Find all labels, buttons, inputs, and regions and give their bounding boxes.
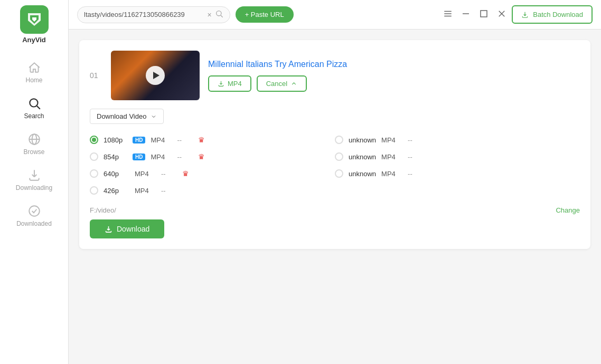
content-area: 01 Millennial Italians Try American Pizz… [69, 30, 601, 364]
sidebar: AnyVid Home Search Browse Downloading [0, 0, 69, 364]
svg-point-3 [30, 99, 37, 107]
quality-radio-unknown-1[interactable] [335, 136, 343, 144]
cancel-button[interactable]: Cancel [257, 75, 307, 92]
quality-format-unknown-2: MP4 [381, 153, 402, 161]
quality-right-column: unknown MP4 -- unknown MP4 -- unkn [335, 131, 580, 199]
crown-icon-640p: ♛ [182, 169, 189, 178]
quality-label-unknown-1: unknown [349, 136, 376, 144]
home-label: Home [25, 76, 42, 84]
quality-format-1080p: MP4 [151, 136, 172, 144]
downloading-label: Downloading [16, 184, 52, 191]
svg-line-10 [221, 15, 223, 17]
downloading-icon [27, 168, 41, 182]
download-icon-mp4 [218, 80, 224, 87]
quality-row-854p[interactable]: 854p HD MP4 -- ♛ [90, 148, 335, 165]
sidebar-item-downloading[interactable]: Downloading [0, 162, 68, 198]
quality-format-854p: MP4 [151, 153, 172, 161]
sidebar-item-search[interactable]: Search [0, 90, 68, 126]
quality-format-unknown-3: MP4 [381, 170, 402, 178]
quality-label-1080p: 1080p [104, 136, 127, 144]
header-bar: ltasty/videos/1162713050866239 × + Paste… [69, 0, 601, 30]
search-icon [27, 97, 41, 110]
sidebar-item-downloaded[interactable]: Downloaded [0, 198, 68, 234]
download-button[interactable]: Download [90, 219, 164, 238]
download-footer: F:/video/ Change [90, 206, 580, 214]
video-info: Millennial Italians Try American Pizza M… [208, 60, 580, 92]
quality-label-unknown-2: unknown [349, 153, 376, 161]
dropdown-arrow-icon [151, 113, 157, 120]
change-path-button[interactable]: Change [556, 206, 580, 214]
video-index: 01 [90, 71, 102, 80]
hd-badge-1080p: HD [133, 137, 145, 143]
svg-line-4 [36, 106, 40, 109]
download-type-selector[interactable]: Download Video [90, 109, 164, 124]
quality-label-854p: 854p [104, 153, 127, 161]
quality-size-426p: -- [161, 187, 177, 195]
svg-rect-15 [481, 11, 487, 17]
search-label: Search [24, 112, 44, 120]
quality-row-unknown-1[interactable]: unknown MP4 -- [335, 131, 580, 148]
svg-point-9 [216, 11, 221, 15]
quality-size-unknown-3: -- [408, 170, 424, 178]
downloaded-label: Downloaded [16, 220, 52, 227]
quality-format-426p: MP4 [135, 187, 156, 195]
home-icon [27, 61, 41, 74]
quality-label-unknown-3: unknown [349, 170, 376, 178]
main-area: ltasty/videos/1162713050866239 × + Paste… [69, 0, 601, 364]
app-name: AnyVid [22, 36, 46, 44]
browse-label: Browse [23, 148, 44, 156]
video-card: 01 Millennial Italians Try American Pizz… [79, 40, 590, 249]
url-bar[interactable]: ltasty/videos/1162713050866239 × [77, 6, 230, 23]
quality-radio-1080p[interactable] [90, 136, 98, 144]
save-path: F:/video/ [90, 206, 547, 214]
paste-url-button[interactable]: + Paste URL [236, 6, 294, 23]
video-header: 01 Millennial Italians Try American Pizz… [90, 51, 580, 100]
hd-badge-854p: HD [133, 154, 145, 160]
quality-row-426p[interactable]: 426p MP4 -- [90, 182, 335, 199]
quality-row-1080p[interactable]: 1080p HD MP4 -- ♛ [90, 131, 335, 148]
play-button[interactable] [146, 66, 165, 85]
quality-radio-426p[interactable] [90, 186, 98, 195]
quality-format-unknown-1: MP4 [381, 136, 402, 144]
sidebar-item-browse[interactable]: Browse [0, 126, 68, 162]
close-icon[interactable] [497, 9, 506, 21]
quality-left-column: 1080p HD MP4 -- ♛ 854p HD MP4 -- [90, 131, 335, 199]
quality-size-1080p: -- [177, 136, 193, 144]
download-icon [105, 225, 112, 233]
quality-size-854p: -- [177, 153, 193, 161]
url-clear-button[interactable]: × [207, 11, 211, 18]
quality-row-640p[interactable]: 640p MP4 -- ♛ [90, 165, 335, 182]
quality-size-unknown-2: -- [408, 153, 424, 161]
browse-icon [27, 132, 41, 146]
video-thumb-image [111, 51, 200, 100]
minimize-icon[interactable] [461, 9, 471, 21]
quality-size-640p: -- [161, 170, 177, 178]
maximize-icon[interactable] [479, 9, 489, 21]
quality-radio-unknown-3[interactable] [335, 169, 343, 178]
video-title: Millennial Italians Try American Pizza [208, 60, 580, 69]
header-icons [443, 9, 506, 21]
sidebar-item-home[interactable]: Home [0, 54, 68, 90]
svg-point-8 [29, 206, 40, 216]
video-actions: MP4 Cancel [208, 75, 580, 92]
quality-row-unknown-2[interactable]: unknown MP4 -- [335, 148, 580, 165]
download-section: Download Video 1080p HD MP4 -- [90, 109, 580, 238]
mp4-button[interactable]: MP4 [208, 75, 251, 92]
batch-download-icon [521, 11, 529, 18]
quality-label-426p: 426p [104, 187, 127, 195]
video-thumbnail [111, 51, 200, 100]
downloaded-icon [27, 204, 41, 218]
crown-icon-1080p: ♛ [198, 136, 205, 144]
quality-grid: 1080p HD MP4 -- ♛ 854p HD MP4 -- [90, 131, 580, 199]
quality-label-640p: 640p [104, 170, 127, 178]
url-search-icon [215, 9, 223, 20]
quality-radio-640p[interactable] [90, 169, 98, 178]
url-text: ltasty/videos/1162713050866239 [84, 11, 204, 18]
menu-icon[interactable] [443, 9, 453, 21]
batch-download-button[interactable]: Batch Download [512, 5, 593, 24]
quality-radio-unknown-2[interactable] [335, 152, 343, 161]
chevron-up-icon [290, 80, 297, 87]
app-logo [20, 5, 49, 34]
quality-row-unknown-3[interactable]: unknown MP4 -- [335, 165, 580, 182]
quality-radio-854p[interactable] [90, 152, 98, 161]
